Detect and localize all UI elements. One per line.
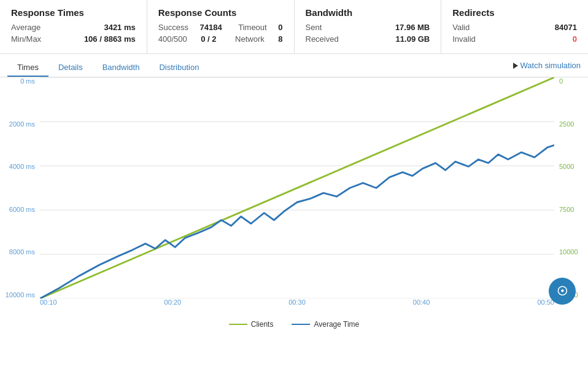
response-counts-title: Response Counts — [158, 7, 283, 18]
fourxx-label: 400/500 — [158, 34, 187, 44]
x-label-2: 00:30 — [288, 299, 306, 306]
y-left-label-4: 2000 ms — [9, 120, 35, 128]
clients-legend-label: Clients — [251, 320, 274, 329]
network-label: Network — [235, 34, 265, 44]
sent-label: Sent — [306, 23, 322, 32]
y-left-label-0: 10000 ms — [6, 291, 35, 299]
y-right-label-5: 0 — [559, 77, 563, 85]
invalid-value: 0 — [573, 34, 577, 44]
response-times-card: Response Times Average 3421 ms Min/Max 1… — [0, 0, 147, 53]
y-axis-right: 12500 10000 7500 5000 2500 0 — [554, 77, 588, 299]
y-left-label-1: 8000 ms — [9, 248, 35, 256]
valid-value: 84071 — [555, 23, 577, 32]
minmax-value: 106 / 8863 ms — [84, 34, 136, 44]
legend-clients: Clients — [229, 320, 274, 329]
success-value: 74184 — [199, 23, 222, 32]
avg-time-line — [40, 145, 554, 299]
x-label-3: 00:40 — [413, 299, 430, 306]
tabs-left: Times Details Bandwidth Distribution — [7, 59, 209, 77]
received-label: Received — [306, 34, 339, 44]
help-icon: ☉ — [557, 284, 568, 299]
tab-details[interactable]: Details — [48, 59, 93, 77]
bandwidth-card: Bandwidth Sent 17.96 MB Received 11.09 G… — [295, 0, 442, 53]
average-label: Average — [11, 23, 41, 32]
clients-legend-line — [229, 324, 247, 325]
average-value: 3421 ms — [104, 23, 135, 32]
valid-label: Valid — [452, 23, 470, 32]
x-label-1: 00:20 — [164, 299, 182, 306]
clients-line — [40, 77, 554, 299]
x-label-0: 00:10 — [40, 299, 57, 306]
chart-wrapper: 10000 ms 8000 ms 6000 ms 4000 ms 2000 ms… — [0, 77, 588, 317]
tab-distribution[interactable]: Distribution — [149, 59, 209, 77]
minmax-label: Min/Max — [11, 34, 41, 44]
y-right-label-1: 10000 — [559, 248, 578, 256]
network-value: 8 — [278, 34, 282, 44]
bandwidth-title: Bandwidth — [306, 7, 430, 18]
chart-svg-area — [40, 77, 554, 299]
invalid-label: Invalid — [452, 34, 476, 44]
y-right-label-4: 2500 — [559, 120, 574, 128]
y-axis-left: 10000 ms 8000 ms 6000 ms 4000 ms 2000 ms… — [0, 77, 40, 299]
watch-simulation-label: Watch simulation — [520, 61, 581, 70]
redirects-title: Redirects — [452, 7, 577, 18]
x-axis: 00:10 00:20 00:30 00:40 00:50 — [40, 299, 554, 317]
timeout-value: 0 — [278, 23, 282, 32]
watch-simulation-button[interactable]: Watch simulation — [513, 61, 581, 75]
help-button[interactable]: ☉ — [549, 278, 576, 305]
redirects-card: Redirects Valid 84071 Invalid 0 — [441, 0, 588, 53]
tabs-bar: Times Details Bandwidth Distribution Wat… — [0, 54, 588, 77]
fourxx-value: 0 / 2 — [201, 34, 216, 44]
response-times-title: Response Times — [11, 7, 136, 18]
success-label: Success — [158, 23, 188, 32]
avg-time-legend-line — [292, 324, 310, 325]
chart-area: 10000 ms 8000 ms 6000 ms 4000 ms 2000 ms… — [0, 77, 588, 317]
tab-times[interactable]: Times — [7, 59, 48, 77]
chart-legend: Clients Average Time — [0, 320, 588, 329]
y-left-label-2: 6000 ms — [9, 206, 35, 213]
stats-bar: Response Times Average 3421 ms Min/Max 1… — [0, 0, 588, 54]
y-left-label-3: 4000 ms — [9, 163, 35, 170]
play-icon — [513, 63, 518, 69]
avg-time-legend-label: Average Time — [314, 320, 359, 329]
timeout-label: Timeout — [238, 23, 266, 32]
response-counts-card: Response Counts Success 74184 Timeout 0 … — [147, 0, 295, 53]
chart-svg — [40, 77, 554, 299]
tab-bandwidth[interactable]: Bandwidth — [93, 59, 150, 77]
y-left-label-5: 0 ms — [20, 77, 35, 85]
y-right-label-2: 7500 — [559, 206, 574, 213]
received-value: 11.09 GB — [396, 34, 430, 44]
legend-avg-time: Average Time — [292, 320, 359, 329]
sent-value: 17.96 MB — [395, 23, 430, 32]
y-right-label-3: 5000 — [559, 163, 574, 170]
